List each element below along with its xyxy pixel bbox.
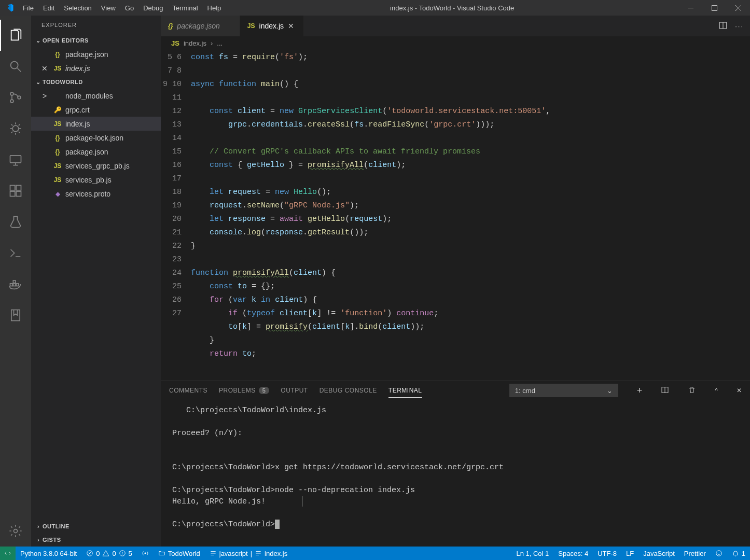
panel-tab-comments[interactable]: COMMENTS — [169, 384, 207, 398]
new-terminal-icon[interactable]: + — [637, 385, 643, 396]
source-control-icon[interactable] — [0, 82, 31, 113]
panel-tab-terminal[interactable]: TERMINAL — [388, 384, 422, 398]
minimap[interactable] — [703, 50, 750, 381]
menu-selection[interactable]: Selection — [59, 4, 96, 12]
workspace-section[interactable]: ⌄ TODOWORLD — [31, 75, 161, 89]
svg-point-5 — [12, 125, 19, 132]
editor-tab[interactable]: {}package.json — [161, 16, 240, 36]
chevron-down-icon: ⌄ — [34, 37, 43, 44]
maximize-button[interactable] — [702, 0, 726, 16]
close-panel-icon[interactable]: ✕ — [737, 387, 742, 394]
explorer-icon[interactable] — [0, 20, 31, 51]
file-tree-item[interactable]: ›◆services.proto — [31, 187, 161, 201]
prettier-status[interactable]: Prettier — [679, 547, 711, 560]
svg-rect-10 — [16, 191, 21, 196]
file-tree-item[interactable]: >node_modules — [31, 89, 161, 103]
terminal-cursor — [275, 520, 280, 529]
panel-tab-output[interactable]: OUTPUT — [281, 384, 308, 398]
editor-tabs: {}package.jsonJSindex.js✕ ··· — [161, 16, 750, 36]
vscode-logo-icon — [0, 3, 18, 12]
svg-point-22 — [716, 551, 722, 556]
breadcrumb[interactable]: JS index.js › ... — [161, 36, 750, 50]
maximize-panel-icon[interactable]: ^ — [715, 387, 718, 394]
bookmark-icon[interactable] — [0, 300, 31, 331]
cursor-position[interactable]: Ln 1, Col 1 — [511, 547, 553, 560]
extensions-icon[interactable] — [0, 175, 31, 206]
breadcrumb-rest: ... — [217, 39, 223, 47]
open-editor-item[interactable]: ✕JSindex.js — [31, 61, 161, 75]
file-icon: JS — [247, 22, 255, 30]
menu-file[interactable]: File — [18, 4, 38, 12]
settings-gear-icon[interactable] — [0, 515, 31, 547]
kill-terminal-icon[interactable] — [688, 386, 696, 396]
window-title: index.js - TodoWorld - Visual Studio Cod… — [226, 4, 678, 12]
file-tree-item[interactable]: ›JSservices_grpc_pb.js — [31, 159, 161, 173]
close-icon[interactable]: ✕ — [41, 64, 50, 73]
encoding[interactable]: UTF-8 — [593, 547, 621, 560]
svg-point-21 — [145, 553, 146, 554]
panel-tab-problems[interactable]: PROBLEMS5 — [219, 384, 269, 398]
menu-debug[interactable]: Debug — [138, 4, 168, 12]
language-mode[interactable]: JavaScript — [638, 547, 679, 560]
code-content[interactable]: const fs = require('fs'); async function… — [191, 50, 750, 381]
terminal-selector[interactable]: 1: cmd ⌄ — [509, 384, 618, 397]
gists-label: GISTS — [43, 537, 61, 543]
close-icon[interactable]: ✕ — [288, 22, 296, 30]
outline-section[interactable]: › OUTLINE — [31, 520, 161, 533]
open-editors-section[interactable]: ⌄ OPEN EDITORS — [31, 34, 161, 47]
svg-rect-8 — [16, 186, 21, 190]
lang-context[interactable]: javascript | index.js — [205, 547, 292, 560]
menu-edit[interactable]: Edit — [38, 4, 59, 12]
breadcrumb-file: index.js — [184, 39, 206, 47]
file-tree-item[interactable]: ›🔑grpc.crt — [31, 103, 161, 117]
feedback-icon[interactable] — [711, 547, 727, 560]
file-icon: ◆ — [53, 190, 62, 198]
problems-badge: 5 — [259, 387, 270, 394]
testing-icon[interactable] — [0, 206, 31, 237]
svg-rect-6 — [10, 156, 21, 163]
code-editor[interactable]: 5 6 7 8 9 10 11 12 13 14 15 16 17 18 19 … — [161, 50, 750, 381]
remote-indicator[interactable] — [0, 547, 16, 560]
debug-icon[interactable] — [0, 113, 31, 144]
open-editor-item[interactable]: {}package.json — [31, 47, 161, 61]
file-tree-item[interactable]: ›{}package.json — [31, 145, 161, 159]
notifications-icon[interactable]: 1 — [727, 547, 750, 560]
panel-tab-debug-console[interactable]: DEBUG CONSOLE — [320, 384, 377, 398]
gists-section[interactable]: › GISTS — [31, 533, 161, 547]
title-bar: FileEditSelectionViewGoDebugTerminalHelp… — [0, 0, 750, 16]
file-tree-item[interactable]: ›JSindex.js — [31, 117, 161, 131]
eol[interactable]: LF — [621, 547, 638, 560]
search-icon[interactable] — [0, 51, 31, 82]
file-tree-item[interactable]: ›JSservices_pb.js — [31, 173, 161, 187]
radio-icon[interactable] — [137, 547, 154, 560]
split-editor-icon[interactable] — [718, 21, 728, 32]
terminal-selector-label: 1: cmd — [515, 387, 535, 395]
close-button[interactable] — [726, 0, 750, 16]
svg-rect-12 — [13, 284, 16, 286]
file-icon: {} — [53, 148, 62, 156]
file-tree-item[interactable]: ›{}package-lock.json — [31, 131, 161, 145]
indentation[interactable]: Spaces: 4 — [553, 547, 593, 560]
problems-status[interactable]: 0 0 5 — [81, 547, 137, 560]
outline-label: OUTLINE — [43, 523, 70, 529]
terminal-output[interactable]: C:\projects\TodoWorld\index.js Proceed? … — [161, 400, 750, 547]
chevron-down-icon: ⌄ — [607, 387, 613, 395]
python-interpreter[interactable]: Python 3.8.0 64-bit — [16, 547, 81, 560]
file-icon: {} — [53, 51, 62, 58]
remote-icon[interactable] — [0, 144, 31, 175]
split-terminal-icon[interactable] — [661, 386, 669, 396]
menu-terminal[interactable]: Terminal — [168, 4, 202, 12]
menu-go[interactable]: Go — [120, 4, 138, 12]
file-icon: {} — [53, 134, 62, 142]
editor-tab[interactable]: JSindex.js✕ — [240, 16, 304, 36]
more-actions-icon[interactable]: ··· — [735, 22, 744, 30]
menu-help[interactable]: Help — [203, 4, 226, 12]
file-tree: >node_modules›🔑grpc.crt›JSindex.js›{}pac… — [31, 89, 161, 520]
terminal-shortcut-icon[interactable] — [0, 237, 31, 269]
project-name[interactable]: TodoWorld — [154, 547, 205, 560]
file-icon: {} — [168, 22, 173, 30]
docker-icon[interactable] — [0, 269, 31, 300]
minimize-button[interactable] — [678, 0, 702, 16]
menu-view[interactable]: View — [96, 4, 120, 12]
svg-rect-11 — [10, 284, 13, 286]
